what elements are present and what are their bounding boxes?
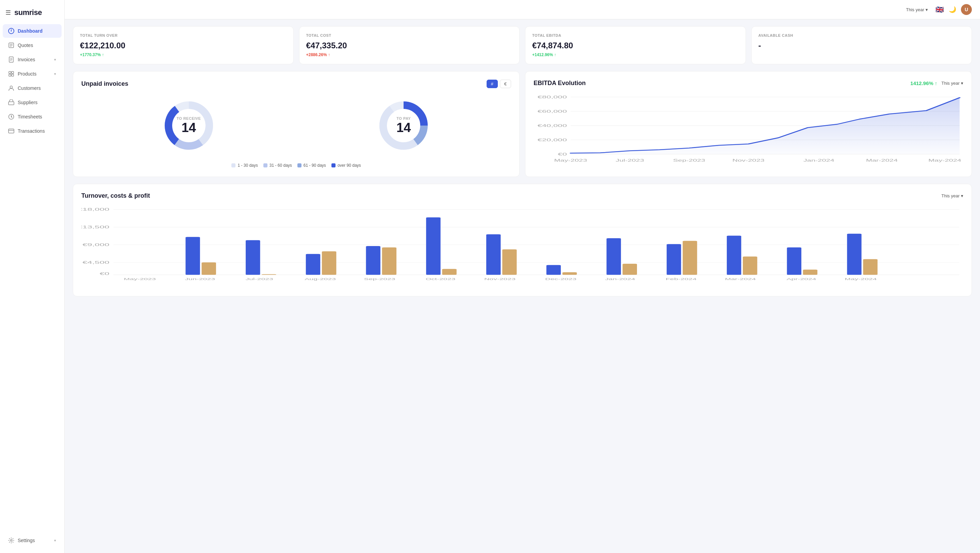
svg-rect-65: [322, 251, 336, 275]
bar-chart-wrap: €18,000 €13,500 €9,000 €4,500 €0 May-2: [81, 206, 963, 288]
to-pay-value: 14: [396, 121, 411, 135]
svg-text:May-2023: May-2023: [124, 277, 156, 281]
sidebar: ☰ sumrise Dashboard Quotes Invoices ▾ Pr…: [0, 0, 65, 553]
chart-view-controls: # €: [487, 80, 511, 88]
sidebar-item-quotes[interactable]: Quotes: [3, 38, 62, 52]
svg-rect-67: [366, 246, 380, 275]
svg-text:Dec-2023: Dec-2023: [545, 277, 576, 281]
kpi-cost-label: TOTAL COST: [306, 33, 513, 37]
svg-text:Sep-2023: Sep-2023: [673, 159, 705, 163]
kpi-cost-change: +2886.26% ↑: [306, 53, 513, 57]
settings-icon: [8, 537, 14, 543]
svg-rect-58: [185, 237, 200, 275]
year-selector[interactable]: This year ▾: [906, 7, 928, 12]
kpi-card-cash: AVAILABLE CASH -: [751, 26, 972, 64]
bar-chart-title: Turnover, costs & profit: [81, 192, 150, 199]
svg-rect-76: [546, 265, 561, 275]
svg-rect-70: [426, 217, 440, 275]
charts-row: Unpaid invoices # €: [73, 71, 972, 177]
sidebar-item-products[interactable]: Products ▾: [3, 67, 62, 81]
unpaid-invoices-header: Unpaid invoices # €: [81, 80, 511, 88]
suppliers-icon: [8, 99, 14, 105]
svg-rect-89: [803, 269, 817, 275]
hash-btn[interactable]: #: [487, 80, 498, 88]
kpi-ebitda-label: TOTAL EBITDA: [532, 33, 739, 37]
svg-rect-10: [9, 72, 11, 73]
sidebar-item-transactions[interactable]: Transactions: [3, 124, 62, 138]
legend-label-61-90: 61 - 90 days: [304, 163, 326, 168]
line-area-fill: [571, 98, 959, 154]
svg-text:Aug-2023: Aug-2023: [305, 277, 336, 281]
svg-text:Oct-2023: Oct-2023: [426, 277, 455, 281]
legend-item-1-30: 1 - 30 days: [231, 163, 258, 168]
svg-text:Jun-2023: Jun-2023: [185, 277, 215, 281]
sidebar-item-products-label: Products: [18, 71, 37, 76]
kpi-ebitda-change: +1412.96% ↑: [532, 53, 739, 57]
chevron-down-icon: ▾: [54, 72, 56, 76]
sidebar-header: ☰ sumrise: [0, 5, 64, 24]
kpi-turnover-label: TOTAL TURN OVER: [80, 33, 286, 37]
chevron-down-icon: ▾: [926, 7, 928, 12]
svg-text:Apr-2024: Apr-2024: [786, 277, 816, 281]
legend-item-over-90: over 90 days: [331, 163, 361, 168]
kpi-ebitda-value: €74,874.80: [532, 41, 739, 50]
svg-rect-83: [682, 241, 697, 275]
ebitda-evolution-header: EBITDA Evolution 1412.96% ↑ This year ▾: [533, 80, 963, 87]
bar-chart-card: Turnover, costs & profit This year ▾ €18…: [73, 184, 972, 296]
svg-text:Mar-2024: Mar-2024: [725, 277, 756, 281]
sidebar-item-dashboard[interactable]: Dashboard: [3, 24, 62, 38]
bar-chart-svg: €18,000 €13,500 €9,000 €4,500 €0 May-2: [81, 206, 963, 288]
kpi-turnover-value: €122,210.00: [80, 41, 286, 50]
legend-row: 1 - 30 days 31 - 60 days 61 - 90 days ov…: [81, 163, 511, 168]
svg-text:May-2024: May-2024: [928, 159, 961, 163]
euro-btn[interactable]: €: [500, 80, 511, 88]
svg-rect-11: [11, 72, 14, 73]
language-flag[interactable]: 🇬🇧: [935, 5, 944, 14]
svg-text:€4,500: €4,500: [82, 260, 109, 265]
avatar[interactable]: U: [961, 4, 972, 15]
legend-label-31-60: 31 - 60 days: [269, 163, 292, 168]
svg-rect-13: [11, 74, 14, 76]
main-content: This year ▾ 🇬🇧 🌙 U TOTAL TURN OVER €122,…: [65, 0, 980, 553]
ebitda-pct: 1412.96% ↑: [910, 80, 937, 86]
dark-mode-icon[interactable]: 🌙: [949, 6, 956, 13]
sidebar-item-transactions-label: Transactions: [18, 128, 45, 134]
sidebar-item-suppliers[interactable]: Suppliers: [3, 96, 62, 109]
unpaid-invoices-title: Unpaid invoices: [81, 80, 128, 88]
svg-text:€0: €0: [100, 272, 110, 276]
svg-point-14: [10, 86, 13, 88]
svg-rect-91: [847, 234, 861, 275]
products-icon: [8, 71, 14, 77]
ebitda-header-right: 1412.96% ↑ This year ▾: [910, 80, 963, 86]
legend-label-over-90: over 90 days: [337, 163, 361, 168]
svg-text:Jan-2024: Jan-2024: [803, 159, 834, 163]
svg-text:Jul-2023: Jul-2023: [245, 277, 273, 281]
bar-chart-year-selector[interactable]: This year ▾: [942, 193, 963, 198]
svg-text:Nov-2023: Nov-2023: [732, 159, 764, 163]
sidebar-item-customers-label: Customers: [18, 85, 41, 91]
ebitda-year-selector[interactable]: This year ▾: [942, 81, 963, 86]
svg-text:Nov-2023: Nov-2023: [484, 277, 515, 281]
svg-text:€40,000: €40,000: [537, 124, 567, 127]
hamburger-icon[interactable]: ☰: [5, 9, 11, 16]
to-receive-value: 14: [177, 121, 201, 135]
to-pay-label: TO PAY: [396, 116, 411, 121]
sidebar-item-suppliers-label: Suppliers: [18, 100, 37, 105]
ebitda-evolution-title: EBITDA Evolution: [533, 80, 585, 87]
sidebar-item-settings-label: Settings: [18, 538, 35, 543]
sidebar-item-settings[interactable]: Settings ▾: [3, 534, 62, 547]
sidebar-item-timesheets[interactable]: Timesheets: [3, 110, 62, 124]
svg-text:May-2023: May-2023: [554, 159, 587, 163]
customers-icon: [8, 85, 14, 91]
topbar: This year ▾ 🇬🇧 🌙 U: [65, 0, 980, 19]
kpi-cash-label: AVAILABLE CASH: [759, 33, 965, 37]
kpi-card-turnover: TOTAL TURN OVER €122,210.00 +1770.37% ↑: [73, 26, 294, 64]
kpi-card-ebitda: TOTAL EBITDA €74,874.80 +1412.96% ↑: [525, 26, 746, 64]
ebitda-svg: €80,000 €60,000 €40,000 €20,000 €0: [533, 94, 963, 169]
svg-rect-68: [382, 247, 396, 275]
sidebar-item-customers[interactable]: Customers: [3, 81, 62, 95]
svg-text:€13,500: €13,500: [81, 225, 109, 229]
svg-point-19: [11, 540, 12, 542]
svg-point-1: [11, 30, 12, 32]
sidebar-item-invoices[interactable]: Invoices ▾: [3, 53, 62, 66]
